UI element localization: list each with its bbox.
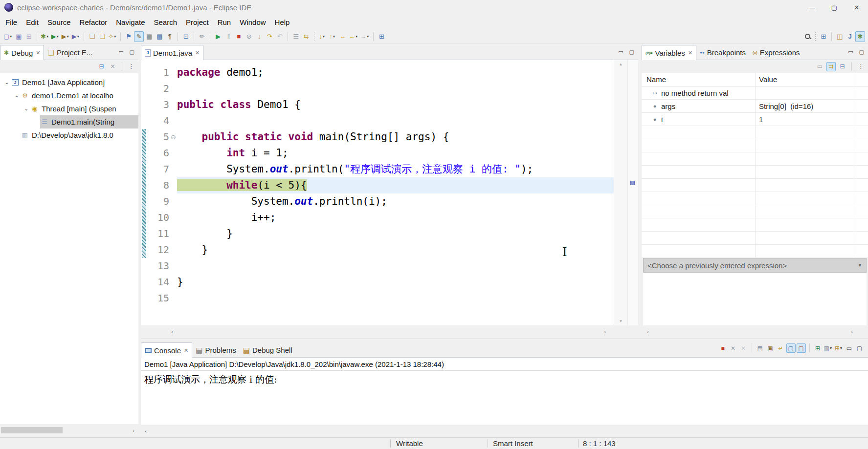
dropdown-arrow-icon[interactable]: ▾ bbox=[356, 34, 357, 39]
disconnect-button[interactable]: ⊘ bbox=[244, 31, 254, 42]
editor-vertical-scrollbar[interactable]: ▲ ▼ bbox=[614, 60, 627, 325]
suspend-button[interactable]: ‖ bbox=[223, 31, 233, 42]
scroll-right-arrow[interactable]: › bbox=[847, 329, 857, 335]
remove-all-terminated-button[interactable]: ✕ bbox=[739, 343, 748, 353]
mark-occurrences-button[interactable]: ✎ bbox=[134, 31, 144, 42]
close-icon[interactable]: ✕ bbox=[184, 347, 188, 354]
tree-expand-arrow-icon[interactable]: ⌄ bbox=[22, 106, 30, 111]
scroll-left-arrow[interactable]: ‹ bbox=[141, 428, 151, 434]
code-line[interactable]: 7 System.out.println("程序调试演示，注意观察 i 的值: … bbox=[141, 161, 638, 177]
code-line[interactable]: 1package demo1; bbox=[141, 64, 638, 81]
variables-horizontal-scrollbar[interactable]: ‹ › bbox=[643, 325, 857, 338]
new-java-project-button[interactable]: ⚑ bbox=[124, 31, 134, 42]
console-tab-console[interactable]: Console✕ bbox=[141, 342, 192, 358]
terminate-button[interactable]: ■ bbox=[718, 343, 728, 353]
debug-button[interactable]: ✱▾ bbox=[40, 31, 50, 42]
view-menu-button[interactable]: ⋮ bbox=[856, 62, 866, 71]
variables-tab-variables[interactable]: (x)=Variables✕ bbox=[642, 45, 696, 60]
minimize-button[interactable]: ▭ bbox=[845, 343, 854, 353]
maximize-view-button[interactable]: ▢ bbox=[859, 49, 864, 55]
show-logical-structures-button[interactable]: ⇉ bbox=[826, 62, 836, 71]
console-output[interactable]: 程序调试演示，注意观察 i 的值: bbox=[141, 371, 868, 386]
variables-tab-expressions[interactable]: (x)Expressions bbox=[749, 45, 803, 60]
window-minimize-button[interactable]: — bbox=[801, 0, 823, 15]
variables-row[interactable] bbox=[642, 245, 868, 258]
save-all-button[interactable]: ⊞ bbox=[24, 31, 34, 42]
variables-row[interactable] bbox=[642, 166, 868, 179]
collapse-all-button[interactable]: ⊟ bbox=[97, 62, 106, 71]
search-dialog-button[interactable]: ✧▾ bbox=[108, 31, 117, 42]
scrollbar-thumb[interactable] bbox=[1, 427, 63, 433]
scroll-down-arrow[interactable]: ▼ bbox=[619, 319, 623, 323]
column-header-value[interactable]: Value bbox=[756, 73, 854, 86]
variables-row[interactable] bbox=[642, 232, 868, 245]
back-button[interactable]: ←▾ bbox=[348, 31, 359, 42]
maximize-view-button[interactable]: ▢ bbox=[130, 49, 134, 55]
menu-source[interactable]: Source bbox=[43, 18, 75, 26]
new-wizard-button[interactable]: ▢▾ bbox=[3, 31, 13, 42]
open-resource-button[interactable]: ❏ bbox=[97, 31, 107, 42]
menu-edit[interactable]: Edit bbox=[22, 18, 43, 26]
skip-breakpoints-button[interactable]: ☰ bbox=[291, 31, 301, 42]
perspective-java-button[interactable]: J bbox=[845, 31, 855, 42]
variables-row[interactable] bbox=[642, 126, 868, 139]
pin-editor-button[interactable]: ⊞ bbox=[377, 31, 386, 42]
step-over-button[interactable]: ↷ bbox=[265, 31, 274, 42]
variable-detail-pane[interactable] bbox=[643, 273, 867, 325]
remove-all-terminated-button[interactable]: ✕ bbox=[108, 62, 117, 71]
maximize-view-button[interactable]: ▢ bbox=[629, 49, 634, 55]
display-console-button[interactable]: ▥▾ bbox=[823, 343, 833, 353]
debug-tree-item[interactable]: ⌄JDemo1 [Java Application] bbox=[0, 76, 138, 89]
scroll-left-arrow[interactable]: ‹ bbox=[167, 329, 177, 335]
step-into-button[interactable]: ↓ bbox=[254, 31, 264, 42]
window-close-button[interactable]: ✕ bbox=[846, 0, 868, 15]
step-return-button[interactable]: ↶ bbox=[275, 31, 285, 42]
coverage-button[interactable]: ▶▾ bbox=[61, 31, 70, 42]
editor-tab-demo1-java[interactable]: JDemo1.java✕ bbox=[141, 45, 203, 60]
menu-navigate[interactable]: Navigate bbox=[111, 18, 149, 26]
close-icon[interactable]: ✕ bbox=[195, 50, 200, 56]
new-class-button[interactable]: ▦ bbox=[144, 31, 154, 42]
dropdown-arrow-icon[interactable]: ▾ bbox=[67, 34, 69, 39]
menu-run[interactable]: Run bbox=[213, 18, 236, 26]
chevron-down-icon[interactable]: ▼ bbox=[858, 263, 862, 268]
variables-row[interactable] bbox=[642, 218, 868, 232]
code-line[interactable]: 9 System.out.println(i); bbox=[141, 193, 638, 210]
profile-button[interactable]: ▶▾ bbox=[71, 31, 81, 42]
pin-console-button[interactable]: ⊞ bbox=[813, 343, 823, 353]
scroll-right-arrow[interactable]: › bbox=[129, 428, 138, 433]
scroll-up-arrow[interactable]: ▲ bbox=[619, 62, 623, 66]
open-type-button[interactable]: ❏ bbox=[87, 31, 97, 42]
show-type-names-button[interactable]: ▭ bbox=[815, 62, 824, 71]
code-line[interactable]: ►8 while(i < 5){ bbox=[141, 177, 638, 193]
dropdown-arrow-icon[interactable]: ▾ bbox=[77, 34, 79, 39]
scroll-lock-button[interactable]: ▣ bbox=[766, 343, 775, 353]
dropdown-arrow-icon[interactable]: ▾ bbox=[114, 34, 116, 39]
code-line[interactable]: 3public class Demo1 { bbox=[141, 97, 638, 113]
debug-horizontal-scrollbar[interactable]: › bbox=[0, 424, 138, 436]
last-edit-button[interactable]: ← bbox=[338, 31, 348, 42]
maximize-button[interactable]: ▢ bbox=[855, 343, 864, 353]
last-edit-location-button[interactable]: ✏ bbox=[197, 31, 207, 42]
debug-tab-debug[interactable]: ✱Debug✕ bbox=[0, 45, 44, 60]
perspective-debug-button[interactable]: ✱ bbox=[855, 31, 865, 42]
dropdown-arrow-icon[interactable]: ▾ bbox=[840, 346, 842, 350]
menu-window[interactable]: Window bbox=[235, 18, 270, 26]
window-maximize-button[interactable]: ▢ bbox=[823, 0, 846, 15]
code-line[interactable]: 5⊖ public static void main(String[] args… bbox=[141, 129, 638, 145]
view-menu-button[interactable]: ⋮ bbox=[127, 62, 136, 71]
menu-help[interactable]: Help bbox=[270, 18, 294, 26]
remove-launch-button[interactable]: ✕ bbox=[729, 343, 738, 353]
code-editor[interactable]: 1package demo1;23public class Demo1 {45⊖… bbox=[141, 60, 638, 325]
variables-tab-breakpoints[interactable]: ●●Breakpoints bbox=[696, 45, 749, 60]
tree-expand-arrow-icon[interactable]: ⌄ bbox=[13, 93, 21, 98]
code-line[interactable]: 4 bbox=[141, 113, 638, 129]
dropdown-arrow-icon[interactable]: ▾ bbox=[46, 34, 48, 39]
menu-search[interactable]: Search bbox=[149, 18, 181, 26]
dropdown-arrow-icon[interactable]: ▾ bbox=[10, 34, 12, 39]
console-horizontal-scrollbar[interactable]: ‹ bbox=[141, 425, 868, 437]
menu-project[interactable]: Project bbox=[181, 18, 213, 26]
dropdown-arrow-icon[interactable]: ▾ bbox=[367, 34, 369, 39]
forward-button[interactable]: →▾ bbox=[359, 31, 370, 42]
resume-button[interactable]: ▶ bbox=[213, 31, 223, 42]
